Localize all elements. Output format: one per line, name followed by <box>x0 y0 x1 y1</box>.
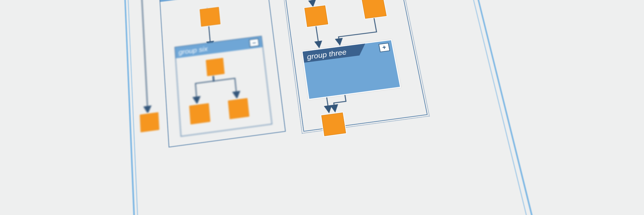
flow-node[interactable] <box>188 102 211 125</box>
group-six-label: group six <box>178 45 208 56</box>
diagram-canvas: group two – group three + group five – g… <box>100 0 592 215</box>
expand-icon[interactable]: + <box>379 43 390 52</box>
group-six[interactable]: group six – <box>174 36 272 137</box>
flow-node[interactable] <box>321 112 347 137</box>
flow-node[interactable] <box>304 5 329 28</box>
flow-node[interactable] <box>205 57 225 77</box>
flow-node[interactable] <box>227 97 250 120</box>
flow-node[interactable] <box>139 112 160 133</box>
flow-node[interactable] <box>361 0 387 19</box>
group-three-label: group three <box>306 48 347 61</box>
collapse-icon[interactable]: – <box>249 38 259 47</box>
flow-node[interactable] <box>199 6 221 27</box>
